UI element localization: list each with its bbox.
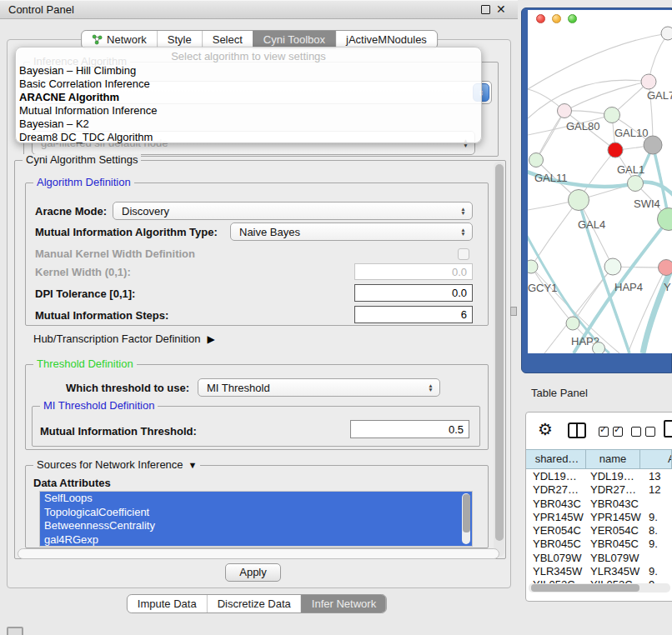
network-node-GAL80[interactable] xyxy=(558,104,572,118)
network-node-GAL1[interactable] xyxy=(608,142,623,158)
attribute-list-item[interactable]: TopologicalCoefficient xyxy=(40,506,472,520)
network-node-GCY1[interactable] xyxy=(528,260,538,273)
column-header[interactable]: shared… xyxy=(529,450,586,468)
expand-down-icon[interactable]: ▼ xyxy=(188,460,198,470)
table-cell xyxy=(649,552,672,565)
tab-label: Discretize Data xyxy=(218,595,291,612)
algorithm-option[interactable]: Dream8 DC_TDC Algorithm xyxy=(19,131,478,144)
algorithm-option[interactable]: Basic Correlation Inference xyxy=(19,78,478,91)
table-row[interactable]: YLR345WYLR345W9. xyxy=(526,565,672,578)
network-node-GAL11[interactable] xyxy=(529,153,544,168)
tab-select[interactable]: Select xyxy=(202,31,253,48)
table-cell: 9. xyxy=(649,565,672,578)
algorithm-option[interactable]: Mutual Information Inference xyxy=(19,104,478,118)
float-panel-icon[interactable] xyxy=(481,5,490,14)
table-row[interactable]: YBR045CYBR045C9. xyxy=(526,538,672,551)
apply-button[interactable]: Apply xyxy=(225,563,281,582)
table-row[interactable]: YBL079WYBL079W xyxy=(526,552,672,565)
tab-label: Infer Network xyxy=(312,595,376,612)
tab-discretize-data[interactable]: Discretize Data xyxy=(207,595,301,612)
aracne-mode-combobox[interactable]: Discovery ▲▼ xyxy=(113,202,473,220)
tab-network[interactable]: Network xyxy=(82,31,157,48)
tab-infer-network[interactable]: Infer Network xyxy=(301,595,386,612)
network-node[interactable] xyxy=(658,208,672,231)
new-table-icon[interactable] xyxy=(664,420,672,438)
table-row[interactable]: YDL19…YDL19…13 xyxy=(526,470,672,483)
combobox-stepper-icon[interactable]: ▲▼ xyxy=(424,383,438,392)
hub-definition-expander[interactable]: Hub/Transcription Factor Definition▶ xyxy=(33,332,215,345)
deselect-all-rows-icon[interactable] xyxy=(631,427,655,437)
bottom-tabbar: Impute DataDiscretize DataInfer Network xyxy=(127,594,387,613)
table-panel: ⚙ ✓✓ shared…nameA YDL19…YDL19…13YDR27…YD… xyxy=(525,412,672,602)
algorithm-option[interactable]: Bayesian – Hill Climbing xyxy=(19,64,478,78)
tab-label: Cyni Toolbox xyxy=(263,31,325,48)
network-node-GAL4[interactable] xyxy=(569,190,589,211)
dpi-tolerance-field[interactable]: 0.0 xyxy=(354,284,473,302)
mac-minimize-icon[interactable] xyxy=(552,14,561,23)
minimized-panel-icon[interactable] xyxy=(7,627,23,635)
table-cell: YBR043C xyxy=(533,498,586,511)
tab-label: Style xyxy=(168,31,192,48)
column-header[interactable]: A xyxy=(640,450,672,468)
settings-vertical-scrollbar[interactable] xyxy=(494,162,504,557)
tab-label: Select xyxy=(213,31,243,48)
attribute-list-item[interactable]: BetweennessCentrality xyxy=(40,519,472,533)
node-label: GAL11 xyxy=(534,172,568,184)
mi-steps-field[interactable]: 6 xyxy=(354,306,473,323)
network-node[interactable] xyxy=(644,136,662,154)
tab-style[interactable]: Style xyxy=(157,31,202,48)
mi-threshold-field[interactable]: 0.5 xyxy=(350,420,469,438)
gear-icon[interactable]: ⚙ xyxy=(538,419,553,439)
table-row[interactable]: YDR27…YDR27…12 xyxy=(526,483,672,497)
node-label: GAL80 xyxy=(566,120,599,132)
table-cell: 9. xyxy=(649,511,672,524)
algorithm-option[interactable]: Bayesian – K2 xyxy=(19,118,478,131)
mac-close-icon[interactable] xyxy=(536,14,545,23)
node-label: HAP4 xyxy=(614,281,643,293)
algorithm-dropdown-popup: Select algorithm to view settings Bayesi… xyxy=(15,47,482,143)
network-view-window[interactable]: GAL7GAL80GAL10GAL1GAL11SWI4GAL4GCY1HAP4Y… xyxy=(528,10,672,353)
kernel-width-field[interactable]: 0.0 xyxy=(354,263,473,280)
network-node-GAL7[interactable] xyxy=(641,74,656,89)
data-attributes-list[interactable]: SelfLoopsTopologicalCoefficientBetweenne… xyxy=(39,491,473,547)
network-node-SWI4[interactable] xyxy=(628,176,644,192)
algorithm-option[interactable]: ARACNE Algorithm xyxy=(19,91,478,104)
network-node-HAP2[interactable] xyxy=(566,317,579,330)
manual-kernel-width-checkbox[interactable] xyxy=(458,248,469,260)
table-row[interactable]: YER054CYER054C8. xyxy=(526,524,672,538)
tab-cyni-toolbox[interactable]: Cyni Toolbox xyxy=(253,31,335,48)
table-horizontal-scrollbar[interactable] xyxy=(529,583,670,592)
network-node-HAP4[interactable] xyxy=(604,258,621,275)
close-panel-icon[interactable]: ✕ xyxy=(496,2,506,16)
network-node-GAL10[interactable] xyxy=(604,108,620,123)
tab-jactivemnodules[interactable]: jActiveMNodules xyxy=(335,31,437,48)
kernel-width-label: Kernel Width (0,1): xyxy=(35,266,131,278)
settings-horizontal-scrollbar[interactable] xyxy=(18,548,499,559)
table-row[interactable]: YPR145WYPR145W9. xyxy=(526,511,672,524)
split-columns-icon[interactable] xyxy=(568,422,586,438)
sources-expander[interactable]: Sources for Network Inference▼ xyxy=(33,459,200,471)
attribute-list-item[interactable]: SelfLoops xyxy=(40,492,472,506)
panel-splitter-handle[interactable] xyxy=(510,307,517,316)
select-all-rows-icon[interactable]: ✓✓ xyxy=(599,427,623,437)
column-header[interactable]: name xyxy=(586,450,640,468)
control-panel-titlebar: Control Panel ✕ xyxy=(0,0,518,19)
table-row[interactable]: YBR043CYBR043C xyxy=(526,498,672,511)
combobox-stepper-icon[interactable]: ▲▼ xyxy=(456,207,470,216)
mi-threshold-label: Mutual Information Threshold: xyxy=(40,425,197,438)
table-cell: 12 xyxy=(649,483,672,497)
tab-impute-data[interactable]: Impute Data xyxy=(128,595,207,612)
mi-algorithm-type-combobox[interactable]: Naive Bayes ▲▼ xyxy=(230,222,473,241)
list-vertical-scrollbar[interactable] xyxy=(462,493,470,544)
network-node[interactable] xyxy=(593,342,605,354)
which-threshold-combobox[interactable]: MI Threshold ▲▼ xyxy=(198,378,440,397)
network-canvas[interactable]: GAL7GAL80GAL10GAL1GAL11SWI4GAL4GCY1HAP4Y… xyxy=(528,10,672,353)
table-panel-title: Table Panel xyxy=(531,387,588,399)
network-node-Y[interactable] xyxy=(659,260,672,276)
network-node[interactable] xyxy=(661,27,672,40)
combobox-stepper-icon[interactable]: ▲▼ xyxy=(456,228,470,237)
table-cell: YPR145W xyxy=(590,511,644,524)
expand-right-icon[interactable]: ▶ xyxy=(207,333,214,345)
attribute-list-item[interactable]: gal4RGexp xyxy=(40,533,472,548)
mac-zoom-icon[interactable] xyxy=(568,14,577,23)
